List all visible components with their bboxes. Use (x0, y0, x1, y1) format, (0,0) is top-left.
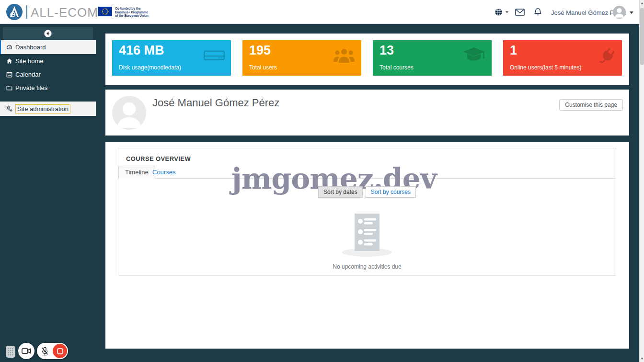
camera-button[interactable] (18, 343, 34, 359)
sidebar-item-label: Private files (15, 84, 47, 91)
stat-value: 416 MB (119, 43, 164, 58)
video-camera-icon (22, 348, 31, 354)
mic-muted-button[interactable] (41, 347, 49, 356)
stat-label: Online users(last 5 minutes) (510, 64, 581, 71)
checklist-icon (338, 212, 396, 258)
eu-cofunded-text: Co-funded by the Erasmus+ Programme of t… (115, 7, 149, 18)
stat-label: Disk usage(moodledata) (119, 64, 181, 71)
customise-page-button[interactable]: Customise this page (559, 99, 623, 111)
folder-icon (6, 85, 12, 91)
scrollbar-thumb[interactable] (640, 8, 644, 65)
sidebar-item-calendar[interactable]: Calendar (0, 68, 96, 81)
stats-section: 416 MB Disk usage(moodledata) 195 Total … (105, 34, 629, 85)
person-icon (613, 6, 626, 19)
sidebar-item-label: Dashboard (15, 44, 46, 51)
sidebar-item-label: Site home (15, 57, 44, 65)
drag-handle[interactable] (6, 346, 15, 358)
timeline-empty-state: No upcoming activities due (118, 212, 616, 270)
arrow-left-circle-icon (44, 30, 52, 37)
speedometer-icon (6, 44, 12, 50)
sort-button-group: Sort by dates Sort by courses (118, 186, 616, 198)
empty-state-message: No upcoming activities due (118, 263, 616, 270)
sidebar-item-label: Calendar (15, 71, 41, 78)
moodle-admin-dashboard: ALL-ECOM Co-funded by the Erasmus+ Progr… (0, 0, 644, 362)
graduation-cap-icon (462, 47, 486, 63)
stop-recording-button[interactable] (53, 344, 67, 358)
sidebar-collapse-button[interactable] (3, 27, 93, 39)
stat-label: Total users (249, 64, 277, 71)
sidebar-item-label: Site administration (15, 104, 70, 113)
user-menu-caret-icon[interactable] (630, 11, 633, 14)
scroll-down-arrow-icon[interactable] (641, 358, 644, 360)
logo-divider (26, 5, 27, 19)
sort-by-dates-button[interactable]: Sort by dates (318, 186, 363, 198)
plug-icon (594, 44, 620, 70)
brand-title[interactable]: ALL-ECOM (31, 5, 98, 20)
all-ecom-logo-icon[interactable] (6, 3, 23, 21)
hdd-icon (203, 47, 225, 63)
notifications-button[interactable] (534, 7, 542, 19)
sidebar-item-dashboard[interactable]: Dashboard (0, 40, 96, 54)
users-icon (333, 47, 356, 64)
stat-value: 195 (249, 43, 271, 58)
person-icon (112, 96, 146, 130)
stat-card-total-users[interactable]: 195 Total users (242, 40, 361, 76)
eu-flag-icon (98, 7, 112, 16)
stat-card-total-courses[interactable]: 13 Total courses (373, 40, 492, 76)
sidebar-item-site-administration[interactable]: Site administration (0, 102, 96, 116)
language-menu[interactable] (494, 8, 509, 16)
avatar[interactable] (613, 6, 626, 19)
scroll-up-arrow-icon[interactable] (641, 2, 644, 4)
stat-card-disk-usage[interactable]: 416 MB Disk usage(moodledata) (112, 40, 231, 76)
home-icon (6, 58, 12, 64)
page-scrollbar[interactable] (639, 0, 644, 362)
grid-dots-icon (8, 348, 13, 356)
stat-value: 13 (380, 43, 394, 58)
stop-icon (57, 348, 63, 354)
stat-value: 1 (510, 43, 517, 58)
bell-icon (534, 7, 542, 17)
mic-slash-icon (41, 347, 49, 356)
caret-down-icon (506, 11, 508, 13)
sidebar-item-site-home[interactable]: Site home (0, 54, 96, 68)
globe-icon (494, 8, 503, 16)
stat-card-online-users[interactable]: 1 Online users(last 5 minutes) (503, 40, 622, 76)
recording-controls-pill (37, 343, 68, 359)
course-overview-title: COURSE OVERVIEW (126, 155, 191, 162)
tab-courses[interactable]: Courses (146, 166, 182, 179)
calendar-icon (6, 71, 12, 78)
top-navbar: ALL-ECOM Co-funded by the Erasmus+ Progr… (0, 0, 639, 24)
messages-button[interactable] (515, 9, 525, 18)
envelope-icon (515, 9, 525, 16)
sort-by-courses-button[interactable]: Sort by courses (366, 186, 416, 198)
profile-section: José Manuel Gómez Pérez Customise this p… (105, 90, 629, 136)
stat-label: Total courses (380, 64, 414, 71)
profile-avatar[interactable] (112, 96, 146, 130)
sidebar-item-private-files[interactable]: Private files (0, 81, 96, 94)
gears-icon (6, 105, 12, 112)
profile-name: José Manuel Gómez Pérez (152, 97, 279, 109)
